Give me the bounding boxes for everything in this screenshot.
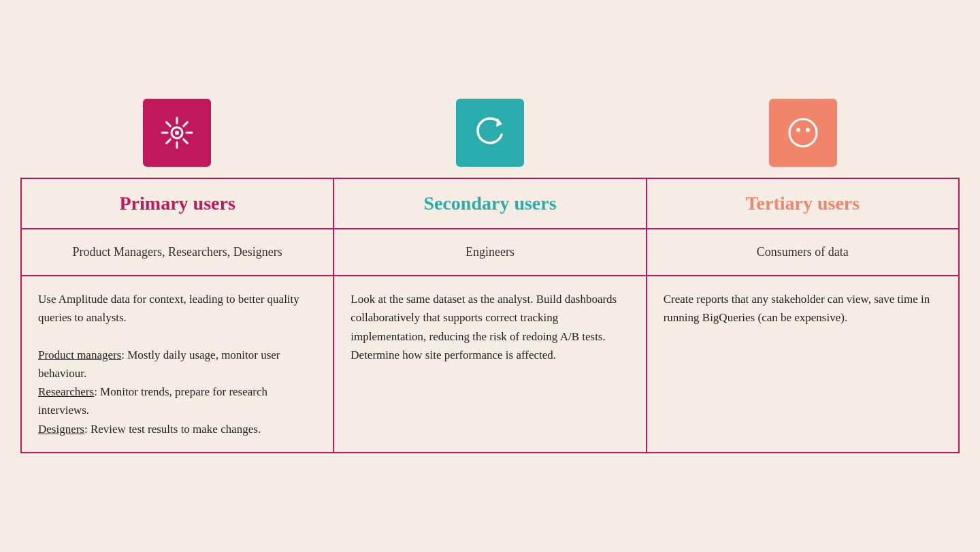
primary-body-col: Use Amplitude data for context, leading … (22, 276, 333, 452)
users-table: Primary users Secondary users Tertiary u… (20, 178, 960, 453)
main-container: Primary users Secondary users Tertiary u… (20, 99, 960, 453)
svg-point-9 (175, 131, 179, 135)
svg-point-10 (789, 119, 817, 146)
primary-header-col: Primary users (22, 179, 333, 228)
primary-designers-label: Designers (38, 423, 84, 436)
body-row: Use Amplitude data for context, leading … (22, 276, 958, 452)
secondary-body-col: Look at the same dataset as the analyst.… (333, 276, 645, 452)
subheader-row: Product Managers, Researchers, Designers… (22, 229, 958, 276)
header-row: Primary users Secondary users Tertiary u… (22, 179, 958, 229)
tertiary-subheader: Consumers of data (664, 243, 942, 261)
tertiary-body: Create reports that any stakeholder can … (664, 290, 942, 327)
secondary-header-title: Secondary users (350, 193, 629, 214)
secondary-icon-box (456, 99, 524, 167)
secondary-icon-col (333, 99, 647, 178)
primary-icon-box (143, 99, 211, 167)
svg-line-6 (184, 140, 188, 144)
svg-point-11 (796, 128, 800, 132)
svg-line-8 (167, 140, 171, 144)
icons-row (20, 99, 960, 178)
primary-subheader-col: Product Managers, Researchers, Designers (22, 229, 333, 275)
tertiary-body-col: Create reports that any stakeholder can … (646, 276, 958, 452)
primary-body: Use Amplitude data for context, leading … (38, 290, 316, 438)
tertiary-icon-box (769, 99, 837, 167)
gear-icon (159, 114, 195, 151)
svg-line-5 (167, 123, 171, 127)
secondary-header-col: Secondary users (333, 179, 645, 228)
tertiary-subheader-col: Consumers of data (646, 229, 958, 275)
primary-subheader: Product Managers, Researchers, Designers (38, 243, 316, 261)
primary-product-managers-label: Product managers (38, 348, 121, 361)
tertiary-header-title: Tertiary users (664, 193, 942, 214)
refresh-icon (472, 114, 508, 151)
primary-researchers-label: Researchers (38, 385, 94, 398)
svg-line-7 (184, 123, 188, 127)
secondary-body: Look at the same dataset as the analyst.… (350, 290, 629, 364)
secondary-subheader-col: Engineers (333, 229, 645, 275)
smiley-icon (785, 114, 821, 151)
tertiary-header-col: Tertiary users (646, 179, 958, 228)
tertiary-icon-col (647, 99, 960, 178)
primary-header-title: Primary users (38, 193, 316, 214)
svg-point-12 (806, 128, 810, 132)
secondary-subheader: Engineers (350, 243, 629, 261)
primary-icon-col (20, 99, 333, 178)
